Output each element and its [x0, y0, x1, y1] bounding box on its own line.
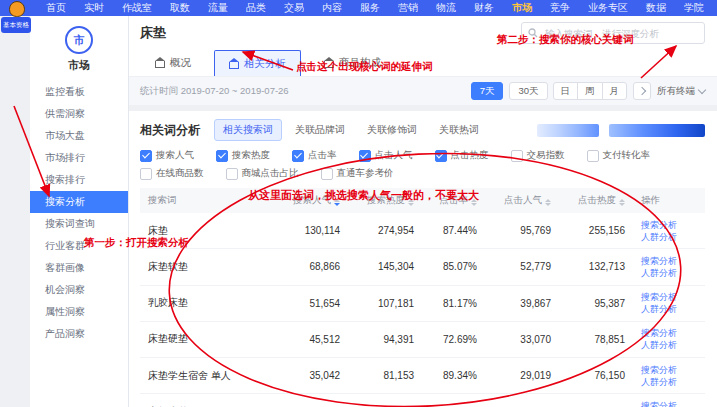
crowd-analysis-link[interactable]: 人群分析 [641, 267, 697, 279]
column-header[interactable]: 点击率 [422, 188, 485, 213]
nav-item[interactable]: 取数 [170, 0, 190, 16]
metric-label: 在线商品数 [156, 167, 204, 180]
sort-icon [334, 199, 340, 206]
crowd-analysis-link[interactable]: 人群分析 [641, 231, 697, 243]
column-header[interactable]: 搜索热度 [348, 188, 422, 213]
quick-range-button[interactable]: 7天 [471, 82, 504, 100]
search-box[interactable] [521, 22, 705, 44]
quick-range-button[interactable]: 30天 [509, 82, 547, 100]
nav-item[interactable]: 财务 [474, 0, 494, 16]
actions-cell: 搜索分析人群分析 [633, 394, 705, 407]
metric-checkbox[interactable]: 搜索热度 [216, 149, 270, 162]
page-tab-label: 相关分析 [244, 57, 286, 71]
sidebar-item[interactable]: 客群画像 [30, 257, 128, 279]
page-tab[interactable]: 概况 [140, 50, 206, 76]
nav-item[interactable]: 营销 [398, 0, 418, 16]
sidebar-item[interactable]: 属性洞察 [30, 301, 128, 323]
subtab[interactable]: 关联修饰词 [358, 119, 426, 141]
search-analysis-link[interactable]: 搜索分析 [641, 400, 697, 407]
metric-checkbox[interactable]: 直通车参考价 [321, 167, 394, 180]
table-row: 床垫席梦思32,27965,67176.86%23,68156,491搜索分析人… [140, 394, 705, 407]
search-word-cell: 床垫硬垫 [140, 321, 274, 357]
granularity-button[interactable]: 月 [602, 82, 628, 100]
metric-checkbox[interactable]: 商城点击占比 [226, 167, 299, 180]
terminal-filter[interactable]: 所有终端 [657, 85, 705, 98]
metric-cell: 23,681 [485, 394, 559, 407]
sidebar-item[interactable]: 供需洞察 [30, 103, 128, 125]
metric-checkbox[interactable]: 点击率 [292, 149, 337, 162]
table-body: 床垫130,114274,95487.44%95,769255,156搜索分析人… [140, 213, 705, 407]
nav-item[interactable]: 内容 [322, 0, 342, 16]
nav-item[interactable]: 业务专区 [588, 0, 628, 16]
nav-item[interactable]: 数据 [646, 0, 666, 16]
column-label: 点击热度 [578, 194, 616, 205]
search-word-cell: 床垫席梦思 [140, 394, 274, 407]
search-analysis-link[interactable]: 搜索分析 [641, 219, 697, 231]
search-input[interactable] [543, 27, 698, 40]
checkbox-icon [435, 150, 447, 162]
next-page-button[interactable] [633, 82, 651, 100]
heat-legend-dark[interactable] [609, 124, 705, 137]
subtab[interactable]: 关联热词 [430, 119, 488, 141]
nav-item[interactable]: 作战室 [122, 0, 152, 16]
screen: 首页实时作战室取数流量品类交易内容服务营销物流财务市场竞争业务专区数据学院 基本… [0, 0, 717, 407]
actions-cell: 搜索分析人群分析 [633, 321, 705, 357]
search-analysis-link[interactable]: 搜索分析 [641, 327, 697, 339]
nav-item[interactable]: 竞争 [550, 0, 570, 16]
sidebar: 市 市场 监控看板供需洞察市场大盘市场排行搜索排行搜索分析搜索词查询行业客群客群… [30, 16, 129, 407]
mascot-icon[interactable] [9, 1, 25, 17]
nav-item[interactable]: 服务 [360, 0, 380, 16]
column-header[interactable]: 点击人气 [485, 188, 559, 213]
sidebar-item[interactable]: 产品洞察 [30, 323, 128, 345]
heat-legend-light[interactable] [537, 124, 599, 137]
subtab[interactable]: 关联品牌词 [286, 119, 354, 141]
nav-item[interactable]: 交易 [284, 0, 304, 16]
search-word-cell: 床垫软垫 [140, 249, 274, 285]
granularity-button[interactable]: 周 [577, 82, 603, 100]
subtab[interactable]: 相关搜索词 [214, 119, 282, 141]
metric-checkbox[interactable]: 支付转化率 [587, 149, 651, 162]
page-tab[interactable]: 商品构成 [309, 50, 396, 76]
crowd-analysis-link[interactable]: 人群分析 [641, 339, 697, 351]
sidebar-item[interactable]: 市场排行 [30, 147, 128, 169]
search-analysis-link[interactable]: 搜索分析 [641, 291, 697, 303]
crowd-analysis-link[interactable]: 人群分析 [641, 303, 697, 315]
sidebar-item[interactable]: 搜索词查询 [30, 213, 128, 235]
metric-label: 交易指数 [527, 149, 565, 162]
granularity-group: 日周月 [554, 82, 628, 100]
search-analysis-link[interactable]: 搜索分析 [641, 255, 697, 267]
nav-item[interactable]: 学院 [684, 0, 704, 16]
nav-item[interactable]: 实时 [84, 0, 104, 16]
crowd-analysis-link[interactable]: 人群分析 [641, 376, 697, 388]
sidebar-item[interactable]: 搜索分析 [30, 191, 128, 213]
nav-item[interactable]: 流量 [208, 0, 228, 16]
sidebar-item[interactable]: 机会洞察 [30, 279, 128, 301]
sidebar-item[interactable]: 行业客群 [30, 235, 128, 257]
metric-checkbox[interactable]: 点击人气 [359, 149, 413, 162]
nav-item[interactable]: 品类 [246, 0, 266, 16]
heat-legend [537, 124, 705, 137]
granularity-button[interactable]: 日 [553, 82, 579, 100]
nav-item[interactable]: 市场 [512, 0, 532, 16]
metric-checkbox[interactable]: 交易指数 [511, 149, 565, 162]
metric-checkbox[interactable]: 在线商品数 [140, 167, 204, 180]
top-nav-items: 首页实时作战室取数流量品类交易内容服务营销物流财务市场竞争业务专区数据学院 [46, 0, 704, 16]
nav-item[interactable]: 物流 [436, 0, 456, 16]
column-header[interactable]: 点击热度 [559, 188, 633, 213]
column-label: 点击率 [439, 194, 468, 205]
metric-cell: 81.17% [422, 285, 485, 321]
sidebar-item[interactable]: 市场大盘 [30, 125, 128, 147]
tab-icon [229, 62, 239, 69]
metric-checkbox[interactable]: 搜索人气 [140, 149, 194, 162]
filter-row: 统计时间 2019-07-20 ~ 2019-07-26 7天30天日周月所有终… [128, 76, 717, 105]
metric-checkbox[interactable]: 点击热度 [435, 149, 489, 162]
actions-cell: 搜索分析人群分析 [633, 213, 705, 249]
search-analysis-link[interactable]: 搜索分析 [641, 364, 697, 376]
page-tab[interactable]: 相关分析 [214, 50, 301, 76]
metric-cell: 78,851 [559, 321, 633, 357]
column-header[interactable]: 搜索人气 [274, 188, 348, 213]
floating-badge[interactable]: 基本资格 [1, 17, 31, 33]
nav-item[interactable]: 首页 [46, 0, 66, 16]
sidebar-item[interactable]: 搜索排行 [30, 169, 128, 191]
sidebar-item[interactable]: 监控看板 [30, 81, 128, 103]
